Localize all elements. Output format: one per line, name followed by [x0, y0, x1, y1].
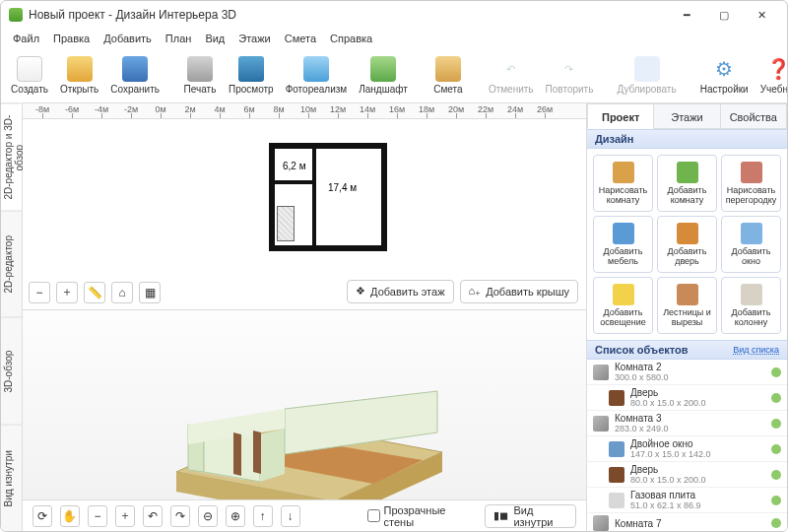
menu-floors[interactable]: Этажи — [232, 31, 276, 46]
visibility-icon[interactable] — [771, 444, 781, 454]
object-item[interactable]: Дверь80.0 x 15.0 x 200.0 — [587, 385, 787, 411]
sidetab-3d[interactable]: 3D-обзор — [1, 317, 22, 425]
visibility-icon[interactable] — [771, 496, 781, 505]
menu-file[interactable]: Файл — [7, 31, 45, 46]
tb-estimate[interactable]: Смета — [426, 54, 471, 97]
rtab-floors[interactable]: Этажи — [654, 103, 720, 129]
design-card-label: Добавить дверь — [660, 247, 714, 267]
design-card-icon — [613, 223, 634, 244]
design-header: Дизайн — [587, 129, 787, 149]
add-floor-button[interactable]: ❖Добавить этаж — [347, 280, 453, 303]
minimize-button[interactable]: ━ — [669, 3, 704, 27]
zoom-in-icon[interactable]: ＋ — [56, 282, 78, 303]
object-item[interactable]: Комната 2300.0 x 580.0 — [587, 360, 787, 385]
inside-view-button[interactable]: ▮◼Вид изнутри — [485, 504, 576, 528]
design-card-icon — [677, 162, 698, 183]
tb-preview[interactable]: Просмотр — [223, 54, 280, 97]
home-icon[interactable]: ⌂ — [111, 282, 133, 303]
menu-add[interactable]: Добавить — [98, 31, 158, 46]
orbit-right-icon[interactable]: ↷ — [170, 505, 190, 527]
visibility-icon[interactable] — [771, 470, 781, 480]
add-roof-button[interactable]: ⌂₊Добавить крышу — [460, 280, 579, 303]
zoom-in-3d-icon[interactable]: ＋ — [115, 505, 135, 527]
tilt-up-icon[interactable]: ⊖ — [198, 505, 218, 527]
tb-print[interactable]: Печать — [177, 54, 223, 97]
menu-help[interactable]: Справка — [324, 31, 378, 46]
grid-icon[interactable]: ▦ — [139, 282, 161, 303]
tb-redo[interactable]: ↷Повторить — [540, 54, 600, 97]
lift-up-icon[interactable]: ↑ — [253, 505, 273, 527]
object-item[interactable]: Комната 7 — [587, 513, 787, 531]
ruler-icon[interactable]: 📏 — [84, 282, 105, 303]
design-card-icon — [741, 223, 762, 244]
lift-down-icon[interactable]: ↓ — [281, 505, 300, 527]
view-3d[interactable] — [23, 310, 586, 500]
transparent-walls-checkbox[interactable]: Прозрачные стены — [367, 504, 468, 528]
zoom-out-3d-icon[interactable]: − — [88, 505, 107, 527]
object-thumb — [593, 416, 609, 432]
object-dims: 80.0 x 15.0 x 200.0 — [630, 398, 706, 408]
list-mode-link[interactable]: Вид списка — [733, 345, 779, 355]
sidetab-2d3d[interactable]: 2D-редактор и 3D-обзор — [1, 103, 22, 211]
design-card-5[interactable]: Добавить окно — [721, 216, 781, 273]
visibility-icon[interactable] — [771, 419, 781, 429]
design-card-7[interactable]: Лестницы и вырезы — [657, 277, 717, 334]
maximize-button[interactable]: ▢ — [706, 3, 742, 27]
design-card-icon — [677, 223, 698, 244]
design-card-label: Добавить комнату — [660, 186, 714, 206]
zoom-out-icon[interactable]: − — [29, 282, 50, 303]
object-thumb — [609, 390, 624, 406]
design-card-0[interactable]: Нарисовать комнату — [593, 155, 653, 212]
design-card-1[interactable]: Добавить комнату — [657, 155, 717, 212]
object-name: Газовая плита — [630, 490, 701, 500]
menu-plan[interactable]: План — [160, 31, 198, 46]
design-card-4[interactable]: Добавить дверь — [657, 216, 717, 273]
tb-undo[interactable]: ↶Отменить — [483, 54, 540, 97]
tb-open[interactable]: Открыть — [54, 54, 104, 97]
tb-tutorial[interactable]: ❓Учебник — [755, 54, 788, 97]
design-card-3[interactable]: Добавить мебель — [593, 216, 653, 273]
object-thumb — [609, 467, 624, 483]
rtab-project[interactable]: Проект — [587, 103, 654, 129]
object-name: Комната 2 — [615, 362, 669, 372]
design-card-8[interactable]: Добавить колонну — [721, 277, 781, 334]
objects-header: Список объектов Вид списка — [587, 340, 787, 360]
tb-new[interactable]: Создать — [5, 54, 54, 97]
visibility-icon[interactable] — [771, 367, 781, 377]
sidetab-2d[interactable]: 2D-редактор — [1, 211, 22, 318]
visibility-icon[interactable] — [771, 518, 781, 528]
plan-2d[interactable]: 6,2 м 17,4 м − ＋ 📏 ⌂ ▦ ❖Добавить этаж ⌂₊… — [23, 119, 586, 310]
design-card-label: Добавить освещение — [596, 308, 650, 328]
object-item[interactable]: Комната 3283.0 x 249.0 — [587, 411, 787, 436]
orbit-left-icon[interactable]: ↶ — [143, 505, 163, 527]
design-card-icon — [613, 284, 634, 305]
close-button[interactable]: ✕ — [744, 3, 779, 27]
design-card-2[interactable]: Нарисовать перегородку — [721, 155, 781, 212]
roof-icon: ⌂₊ — [469, 285, 482, 298]
tb-landscape[interactable]: Ландшафт — [353, 54, 414, 97]
svg-marker-8 — [260, 429, 285, 482]
design-card-label: Добавить колонну — [724, 308, 778, 328]
menu-view[interactable]: Вид — [199, 31, 230, 46]
tilt-down-icon[interactable]: ⊕ — [226, 505, 245, 527]
rtab-properties[interactable]: Свойства — [721, 103, 787, 129]
object-dims: 51.0 x 62.1 x 86.9 — [630, 500, 701, 510]
design-card-label: Добавить мебель — [596, 247, 650, 267]
object-item[interactable]: Двойное окно147.0 x 15.0 x 142.0 — [587, 436, 787, 462]
sidetab-inside[interactable]: Вид изнутри — [1, 425, 22, 532]
object-name: Дверь — [630, 387, 706, 398]
design-card-6[interactable]: Добавить освещение — [593, 277, 653, 334]
tb-save[interactable]: Сохранить — [104, 54, 165, 97]
menu-edit[interactable]: Правка — [47, 31, 96, 46]
visibility-icon[interactable] — [771, 393, 781, 403]
pan-icon[interactable]: ✋ — [60, 505, 80, 527]
right-panel: Проект Этажи Свойства Дизайн Нарисовать … — [586, 103, 787, 531]
design-card-label: Лестницы и вырезы — [660, 308, 714, 328]
tb-photorealism[interactable]: Фотореализм — [280, 54, 354, 97]
tb-settings[interactable]: ⚙Настройки — [694, 54, 755, 97]
rotate360-icon[interactable]: ⟳ — [33, 505, 52, 527]
object-item[interactable]: Дверь80.0 x 15.0 x 200.0 — [587, 462, 787, 488]
object-item[interactable]: Газовая плита51.0 x 62.1 x 86.9 — [587, 488, 787, 513]
tb-duplicate[interactable]: Дублировать — [611, 54, 682, 97]
menu-estimate[interactable]: Смета — [279, 31, 322, 46]
